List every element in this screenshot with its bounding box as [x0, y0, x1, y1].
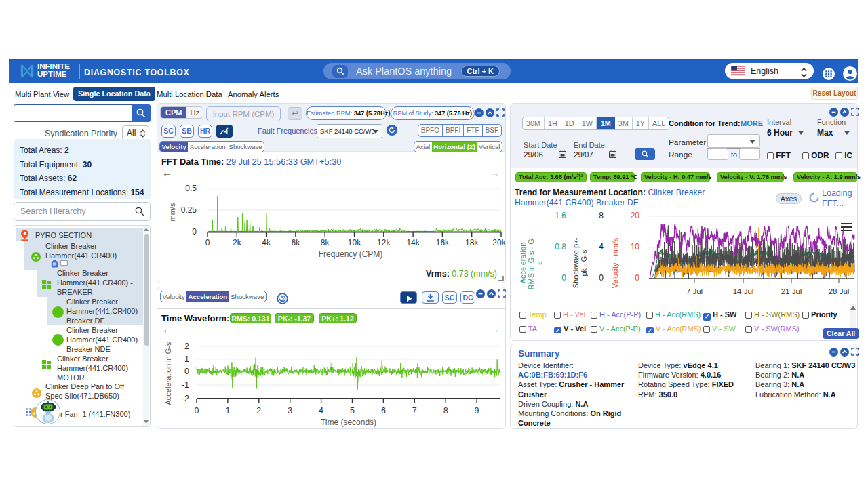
svg-text:0: 0 [184, 367, 189, 376]
svg-text:RMS in G-s - G-: RMS in G-s - G- [527, 236, 535, 289]
svg-text:Time (seconds): Time (seconds) [321, 418, 376, 427]
svg-text:2: 2 [256, 406, 261, 415]
svg-text:Acceleration: Acceleration [519, 243, 527, 284]
svg-text:10: 10 [631, 242, 640, 251]
svg-text:0: 0 [195, 406, 199, 415]
svg-text:4k: 4k [262, 238, 271, 247]
svg-text:4: 4 [319, 406, 323, 415]
svg-text:18k: 18k [465, 238, 479, 247]
svg-text:6k: 6k [292, 238, 301, 247]
svg-text:9: 9 [475, 406, 479, 415]
svg-text:3: 3 [288, 406, 292, 415]
svg-text:20: 20 [631, 211, 640, 220]
svg-text:6: 6 [381, 406, 386, 415]
svg-text:28 Jul: 28 Jul [829, 287, 850, 296]
svg-text:1: 1 [225, 129, 229, 135]
svg-text:pk - G-s: pk - G-s [580, 249, 588, 277]
svg-text:Shockwave pk-: Shockwave pk- [572, 237, 580, 288]
svg-text:14 Jul: 14 Jul [733, 287, 754, 296]
svg-text:21 Jul: 21 Jul [781, 287, 802, 296]
svg-text:7 Jul: 7 Jul [686, 287, 703, 296]
svg-text:Frequency (CPM): Frequency (CPM) [319, 249, 383, 259]
svg-text:0.25: 0.25 [181, 205, 197, 215]
svg-text:0: 0 [635, 273, 639, 283]
svg-text:Velocity - mm/s: Velocity - mm/s [611, 237, 619, 288]
svg-text:0.8: 0.8 [555, 242, 566, 251]
svg-text:4: 4 [599, 242, 604, 251]
svg-text:0: 0 [599, 273, 604, 283]
svg-text:8: 8 [599, 211, 604, 220]
svg-text:0.5: 0.5 [185, 184, 197, 193]
svg-text:1: 1 [184, 354, 189, 364]
svg-text:8k: 8k [321, 238, 330, 247]
svg-text:10k: 10k [348, 238, 361, 247]
svg-text:0: 0 [192, 227, 197, 237]
svg-text:2: 2 [184, 342, 189, 351]
svg-text:1.6: 1.6 [555, 211, 566, 220]
svg-text:0: 0 [205, 238, 210, 247]
svg-text:-2: -2 [182, 394, 189, 403]
svg-text:-1: -1 [182, 380, 189, 390]
svg-text:s: s [535, 261, 543, 265]
svg-text:mm/s: mm/s [168, 203, 176, 221]
svg-text:2k: 2k [233, 238, 242, 247]
svg-text:5: 5 [350, 406, 355, 415]
svg-text:1: 1 [225, 406, 230, 415]
svg-text:14k: 14k [406, 238, 420, 247]
svg-text:8: 8 [443, 406, 448, 415]
svg-text:12k: 12k [377, 238, 391, 247]
svg-text:Acceleration in G-s: Acceleration in G-s [164, 342, 172, 405]
svg-text:0: 0 [561, 273, 566, 283]
svg-text:20k: 20k [492, 238, 505, 247]
svg-text:7: 7 [412, 406, 417, 415]
svg-text:16k: 16k [436, 238, 450, 247]
